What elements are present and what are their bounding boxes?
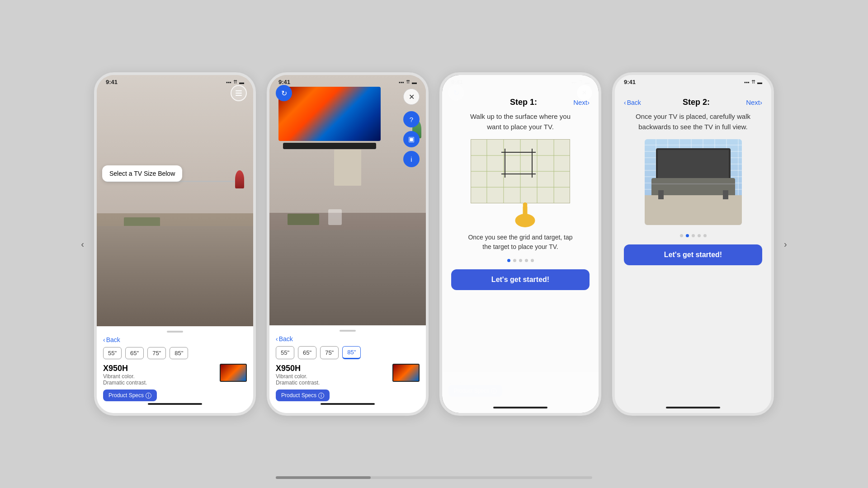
dot-5-3: [531, 259, 534, 262]
scroll-thumb: [276, 476, 371, 479]
product-specs-btn-1[interactable]: Product Specs i: [103, 389, 157, 401]
info-icon-2b: i: [318, 393, 324, 399]
tooltip-bubble-1: Select a TV Size Below: [102, 165, 182, 182]
back-text-2: Back: [279, 335, 293, 343]
finger-pointer-3: [513, 200, 538, 227]
signal-icon-2: ▪▪▪: [399, 80, 404, 85]
floor-4: [645, 195, 742, 225]
phone-1: 9:41 ▪▪▪ ⇈ ▬: [94, 72, 256, 416]
product-specs-label-2: Product Specs: [281, 392, 316, 399]
tv-on-wall-2: [278, 87, 381, 141]
info-icon-btn-2: i: [410, 155, 412, 163]
product-desc1-2: Vibrant color.: [276, 373, 320, 380]
reload-icon-2: ↻: [281, 89, 287, 98]
scroll-left-arrow[interactable]: ‹: [76, 235, 89, 254]
instruction-overlay-3: Step 1: Next › Walk up to the surface wh…: [442, 75, 599, 413]
grid-desc1-3: Once you see the grid and target, tap: [468, 234, 572, 241]
status-icons-4: ▪▪▪ ⇈ ▬: [744, 79, 762, 85]
size-btn-55-1[interactable]: 55": [103, 347, 122, 359]
cta-button-4[interactable]: Let's get started!: [624, 244, 762, 265]
phone-2: 9:41 ▪▪▪ ⇈ ▬: [267, 72, 429, 416]
desc-line1-3: Walk up to the surface where you: [470, 113, 571, 120]
product-text-1: X950H Vibrant color. Dramatic contrast.: [103, 364, 147, 386]
close-button-2[interactable]: ✕: [403, 89, 420, 105]
dot-3-4: [692, 234, 695, 237]
size-btn-75-2[interactable]: 75": [320, 346, 339, 359]
grid-area-3: [471, 139, 570, 203]
instruction-desc-4: Once your TV is placed, carefully walk b…: [636, 112, 750, 132]
side-buttons-2: ? ▣ i: [403, 111, 420, 167]
home-indicator-1: [148, 403, 202, 405]
leg-right-4: [723, 190, 728, 199]
next-chevron-3: ›: [587, 99, 590, 106]
menu-button-1[interactable]: [231, 85, 247, 101]
size-btn-65-1[interactable]: 65": [125, 347, 144, 359]
hand-svg-3: [513, 200, 538, 227]
grid-illustration-3: [471, 139, 570, 227]
instruction-body-3: Walk up to the surface where you want to…: [442, 112, 599, 413]
back-link-4[interactable]: ‹ Back: [624, 99, 646, 106]
soundbar-2: [283, 143, 376, 149]
tooltip-text-1: Select a TV Size Below: [109, 170, 175, 177]
size-btn-55-2[interactable]: 55": [276, 346, 294, 359]
step-label-3: Step 1:: [510, 98, 537, 107]
camera-button-2[interactable]: ▣: [403, 131, 420, 147]
camera-icon-2: ▣: [408, 135, 415, 143]
status-time-1: 9:41: [106, 79, 118, 85]
home-indicator-4: [666, 407, 720, 408]
hamburger-icon-1: [236, 90, 242, 96]
back-chevron-1: ‹: [103, 336, 105, 343]
product-specs-btn-2[interactable]: Product Specs i: [276, 389, 330, 401]
main-wrapper: ‹ 9:41 ▪▪▪ ⇈ ▬: [0, 63, 868, 425]
help-button-2[interactable]: ?: [403, 111, 420, 127]
instruction-desc-3: Walk up to the surface where you want to…: [470, 112, 571, 132]
dot-5-4: [703, 234, 707, 237]
product-info-1: X950H Vibrant color. Dramatic contrast.: [103, 364, 247, 386]
grid-svg-3: [471, 140, 570, 203]
next-link-4[interactable]: Next ›: [746, 99, 762, 106]
tv-stand-2: [334, 150, 361, 186]
status-icons-2: ▪▪▪ ⇈ ▬: [399, 79, 417, 85]
wifi-icon-4: ⇈: [751, 79, 755, 85]
signal-icon-4: ▪▪▪: [744, 80, 750, 85]
grid-target-desc-3: Once you see the grid and target, tap th…: [468, 233, 572, 252]
size-btn-85-2[interactable]: 85": [342, 346, 361, 359]
svg-point-19: [523, 202, 528, 207]
product-desc1-1: Vibrant color.: [103, 373, 147, 380]
dot-2-3: [513, 259, 516, 262]
back-text-4: Back: [627, 99, 641, 106]
reload-button-2[interactable]: ↻: [276, 85, 292, 101]
back-link-1[interactable]: ‹ Back: [103, 336, 247, 343]
leg-left-4: [658, 190, 664, 199]
room-background-2: [269, 75, 426, 325]
dots-row-3: [507, 259, 534, 262]
scroll-track: [276, 476, 592, 479]
size-btn-65-2[interactable]: 65": [298, 346, 316, 359]
battery-icon-4: ▬: [757, 80, 762, 85]
scroll-right-arrow[interactable]: ›: [779, 235, 792, 254]
info-button-2[interactable]: i: [403, 151, 420, 167]
bottom-panel-2: ‹ Back 55" 65" 75" 85" X950H Vibrant col…: [269, 325, 426, 413]
product-name-2: X950H: [276, 364, 320, 373]
dot-1-4: [680, 234, 683, 237]
bottom-panel-1: ‹ Back 55" 65" 75" 85" X950H Vibrant col…: [97, 326, 253, 413]
room-floor-2: [269, 230, 426, 325]
dots-row-4: [680, 234, 707, 237]
dot-2-4: [686, 234, 689, 237]
cta-button-3[interactable]: Let's get started!: [451, 269, 590, 290]
step-label-4: Step 2:: [683, 98, 710, 107]
back-text-1: Back: [106, 336, 120, 343]
product-info-2: X950H Vibrant color. Dramatic contrast.: [276, 364, 420, 386]
product-name-1: X950H: [103, 364, 147, 373]
back-link-2[interactable]: ‹ Back: [276, 335, 420, 343]
next-link-3[interactable]: Next ›: [573, 99, 590, 106]
help-icon-2: ?: [410, 116, 413, 123]
product-desc2-1: Dramatic contrast.: [103, 380, 147, 386]
battery-icon-1: ▬: [239, 80, 244, 85]
battery-icon-2: ▬: [412, 80, 417, 85]
size-btn-85-1[interactable]: 85": [170, 347, 188, 359]
close-icon-2: ✕: [409, 93, 415, 101]
size-btn-75-1[interactable]: 75": [147, 347, 166, 359]
camera-view-2: ↻ ✕ ? ▣ i: [269, 75, 426, 325]
step-title-area-3: Step 1:: [474, 98, 573, 107]
